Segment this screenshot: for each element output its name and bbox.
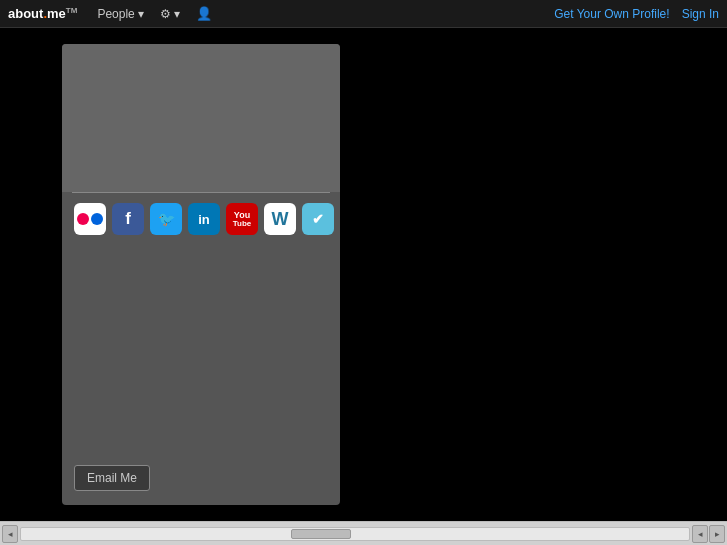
right-area	[340, 28, 727, 521]
flickr-dot-blue	[91, 213, 103, 225]
brand-me: me	[47, 6, 66, 21]
wordpress-icon[interactable]: W	[264, 203, 296, 235]
profile-card: f 🐦 in You Tube W ✔	[62, 44, 340, 505]
people-nav-item[interactable]: People	[97, 7, 143, 21]
user-icon: 👤	[196, 6, 212, 21]
brand-logo[interactable]: about.meTM	[8, 6, 77, 21]
scroll-right-button-1[interactable]	[692, 525, 708, 543]
gear-nav-item[interactable]	[160, 7, 180, 21]
flickr-dots	[77, 213, 103, 225]
people-label: People	[97, 7, 134, 21]
flickr-icon[interactable]	[74, 203, 106, 235]
scroll-prev-icon	[698, 529, 703, 539]
wunderlist-icon[interactable]: ✔	[302, 203, 334, 235]
navbar: about.meTM People 👤 Get Your Own Profile…	[0, 0, 727, 28]
social-icons-row: f 🐦 in You Tube W ✔	[62, 193, 340, 245]
twitter-icon[interactable]: 🐦	[150, 203, 182, 235]
brand-about: about	[8, 6, 43, 21]
profile-photo	[62, 44, 340, 192]
facebook-icon[interactable]: f	[112, 203, 144, 235]
gear-chevron-icon	[174, 7, 180, 21]
horizontal-scrollbar	[0, 521, 727, 545]
nav-right-actions: Get Your Own Profile! Sign In	[554, 7, 719, 21]
scroll-thumb[interactable]	[291, 529, 351, 539]
email-me-button[interactable]: Email Me	[74, 465, 150, 491]
bio-area	[62, 245, 340, 455]
scroll-next-icon	[715, 529, 720, 539]
scroll-left-icon	[8, 529, 13, 539]
user-nav-icon[interactable]: 👤	[196, 6, 212, 21]
gear-icon	[160, 7, 171, 21]
scroll-right-button-2[interactable]	[709, 525, 725, 543]
people-chevron-icon	[138, 7, 144, 21]
flickr-dot-pink	[77, 213, 89, 225]
linkedin-icon[interactable]: in	[188, 203, 220, 235]
scroll-left-button[interactable]	[2, 525, 18, 543]
youtube-icon[interactable]: You Tube	[226, 203, 258, 235]
email-button-area: Email Me	[62, 455, 340, 505]
brand-tm: TM	[66, 6, 78, 15]
main-content: f 🐦 in You Tube W ✔	[0, 28, 727, 521]
scroll-right-buttons	[692, 525, 725, 543]
sign-in-link[interactable]: Sign In	[682, 7, 719, 21]
scroll-track[interactable]	[20, 527, 690, 541]
get-profile-link[interactable]: Get Your Own Profile!	[554, 7, 669, 21]
